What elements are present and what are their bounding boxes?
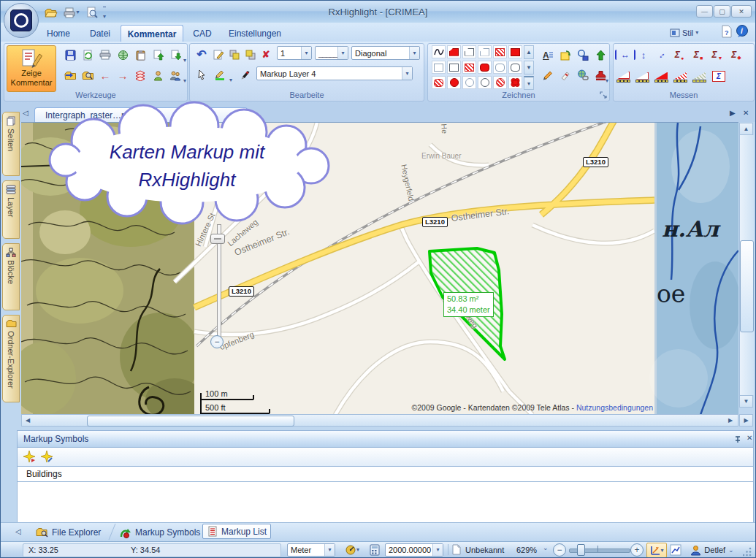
zoom-slider-thumb[interactable] — [577, 544, 585, 556]
zoom-in-button[interactable]: + — [630, 543, 644, 557]
gallery-more-button[interactable]: ▾ — [524, 76, 534, 90]
hyperlink-button[interactable] — [575, 67, 591, 83]
sidebar-item-ordner-explorer[interactable]: Ordner-Explorer — [2, 315, 20, 402]
tab-markup-list[interactable]: Markup List — [202, 524, 271, 539]
measurement-label[interactable]: 50.83 m² 34.40 meter — [443, 292, 494, 317]
area-wedge-button[interactable] — [615, 68, 633, 84]
shape-roundrect-white[interactable] — [508, 61, 522, 74]
hatch-style-combo[interactable]: Diagonal ▾ — [351, 46, 420, 60]
print-markup-button[interactable] — [97, 47, 113, 63]
bring-forward-button[interactable] — [226, 46, 242, 62]
page-down-button[interactable] — [167, 47, 183, 63]
shape-polygon-outline[interactable] — [478, 45, 492, 58]
zoom-dropdown-icon[interactable]: ⌄ — [543, 544, 549, 551]
hatch-style-dropdown-icon[interactable]: ▾ — [413, 50, 416, 56]
sum-area-diamond-button[interactable]: Σ◆ — [728, 47, 745, 63]
shape-polyline[interactable] — [432, 45, 446, 58]
shape-rect-filled[interactable] — [508, 45, 522, 58]
shape-circle-hatched[interactable] — [493, 76, 507, 89]
h-scrollbar-thumb[interactable] — [87, 416, 294, 427]
sum-area-triangle-button[interactable]: Σ▼ — [709, 47, 726, 63]
line-width-combo[interactable]: 1 ▾ — [277, 46, 312, 60]
scale-dropdown-icon[interactable]: ▾ — [436, 547, 439, 553]
pencil-markup-button[interactable] — [540, 67, 556, 83]
new-symbol-icon[interactable] — [23, 451, 36, 463]
coordinate-mode-button[interactable]: ▾ — [646, 543, 667, 558]
calculator-button[interactable] — [367, 543, 382, 557]
area-wedge-pattern-button[interactable] — [691, 68, 709, 84]
line-style-dropdown-icon[interactable]: ▾ — [341, 50, 344, 56]
web-sync-button[interactable] — [115, 47, 131, 63]
measure-horizontal-button[interactable]: ↔ — [615, 50, 635, 60]
text-markup-button[interactable]: A — [540, 47, 556, 63]
delete-markup-button[interactable]: ✘ — [258, 46, 274, 62]
symbols-category-row[interactable]: Buildings — [17, 466, 754, 482]
scale-combo[interactable]: 2000.00000 ▾ — [385, 543, 443, 557]
stamp-dropdown-icon[interactable]: ▾ — [606, 72, 608, 85]
status-zoom-value[interactable]: 629% — [516, 546, 537, 554]
user-button-status[interactable]: Detlef ⌄ — [690, 543, 734, 557]
tab-kommentar[interactable]: Kommentar — [121, 25, 183, 42]
users-dropdown-icon[interactable]: ▾ — [183, 72, 186, 85]
graph-mode-button[interactable] — [668, 543, 683, 557]
shape-circle-white[interactable] — [478, 76, 492, 89]
sum-area-square-button[interactable]: Σ■ — [690, 47, 707, 63]
gallery-scroll-up[interactable]: ▲ — [524, 45, 534, 59]
v-scroll-down-button[interactable]: ▼ — [739, 395, 753, 408]
h-scroll-right-button[interactable]: ▶ — [725, 416, 736, 425]
select-tool-button[interactable] — [194, 66, 210, 83]
zoom-out-button[interactable]: − — [553, 543, 566, 557]
previous-markup-button[interactable]: ← — [97, 67, 113, 83]
v-scroll-up-button[interactable]: ▲ — [739, 123, 753, 135]
shape-rect-outline[interactable] — [432, 61, 446, 74]
panel-close-icon[interactable]: ✕ — [747, 434, 752, 442]
arrow-markup-button[interactable] — [592, 47, 608, 63]
close-button[interactable]: ✕ — [731, 5, 752, 18]
tab-markup-symbols[interactable]: Markup Symbols — [119, 524, 200, 541]
send-backward-button[interactable] — [242, 46, 258, 62]
pen-color-button[interactable] — [211, 66, 229, 83]
users-button[interactable] — [167, 67, 183, 83]
map-zoom-thumb[interactable] — [210, 234, 225, 244]
zeichnen-dialog-launcher-icon[interactable] — [600, 91, 607, 99]
doc-tab-close[interactable]: ✕ — [743, 109, 749, 117]
maximize-button[interactable]: ▢ — [714, 5, 730, 18]
save-button[interactable] — [62, 47, 78, 63]
scroll-corner-button[interactable]: ▶ — [739, 414, 753, 427]
page-up-button[interactable] — [150, 47, 166, 63]
tab-cad[interactable]: CAD — [185, 25, 220, 42]
help-document-button[interactable]: ? — [721, 25, 733, 41]
user-button[interactable] — [150, 67, 166, 83]
unit-combo[interactable]: Meter ▾ — [287, 543, 335, 557]
area-total-button[interactable]: Σ — [710, 68, 728, 84]
sidebar-item-seiten[interactable]: Seiten — [2, 112, 20, 176]
resize-grip[interactable] — [743, 547, 752, 557]
shape-cloud[interactable] — [508, 76, 522, 89]
shape-rect-white[interactable] — [447, 61, 461, 74]
line-width-dropdown-icon[interactable]: ▾ — [305, 50, 308, 56]
area-wedge-hatched-button[interactable] — [672, 68, 690, 84]
bottom-tabs-scroll-left[interactable]: ◁ — [15, 527, 21, 535]
measure-settings-button[interactable]: ▾ — [340, 543, 364, 557]
tab-datei[interactable]: Datei — [81, 25, 119, 42]
pin-icon[interactable] — [733, 435, 742, 444]
minimize-button[interactable]: — — [696, 5, 713, 18]
sum-area-circle-button[interactable]: Σ● — [671, 47, 688, 63]
info-button[interactable]: i — [736, 25, 749, 41]
gallery-scroll-down[interactable]: ▼ — [524, 61, 534, 74]
shape-polygon-filled[interactable] — [447, 45, 461, 58]
symbol-settings-icon[interactable] — [41, 451, 53, 463]
undo-button[interactable]: ↶ — [194, 46, 210, 62]
shape-circle-outline[interactable] — [462, 76, 476, 89]
measure-vertical-button[interactable]: ↕ — [635, 47, 652, 63]
markup-layer-combo[interactable]: Markup Layer 4 ▾ — [256, 66, 413, 80]
sidebar-item-layer[interactable]: Layer — [2, 180, 20, 239]
page-nav-dropdown-icon[interactable]: ▾ — [183, 52, 186, 65]
line-style-combo[interactable]: _____ ▾ — [315, 46, 348, 60]
export-markup-button[interactable] — [62, 67, 78, 83]
tab-file-explorer[interactable]: File Explorer — [36, 524, 101, 541]
area-wedge-white-button[interactable] — [634, 68, 652, 84]
reload-page-button[interactable] — [80, 47, 96, 63]
stil-button[interactable]: Stil ▾ — [670, 26, 698, 40]
edit-properties-button[interactable] — [210, 46, 226, 62]
